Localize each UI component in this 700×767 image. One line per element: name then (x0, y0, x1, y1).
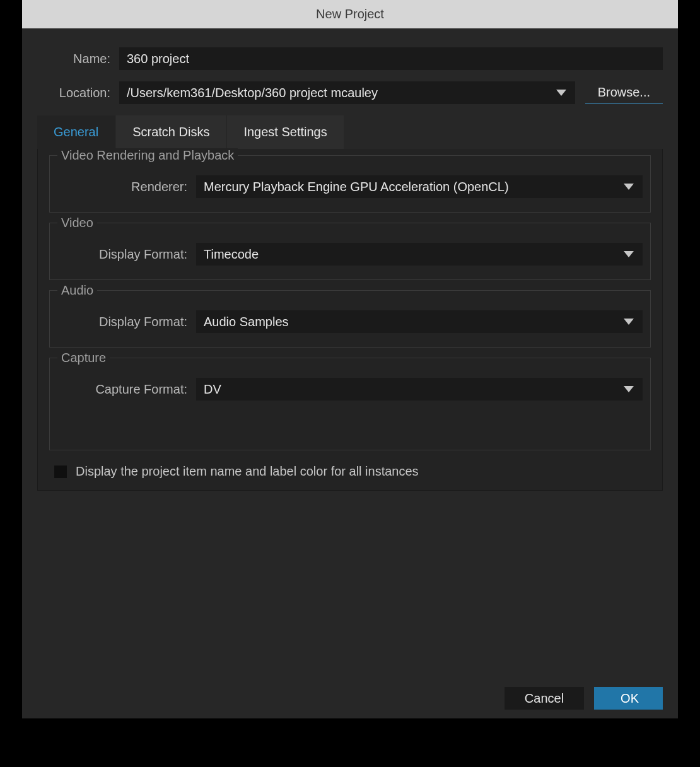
renderer-value: Mercury Playback Engine GPU Acceleration… (204, 180, 509, 194)
chevron-down-icon (624, 319, 634, 325)
chevron-down-icon (624, 184, 634, 190)
audio-legend: Audio (57, 283, 97, 298)
chevron-down-icon (624, 386, 634, 392)
video-rendering-playback-legend: Video Rendering and Playback (57, 148, 238, 163)
video-display-format-dropdown[interactable]: Timecode (196, 243, 643, 266)
dialog-footer: Cancel OK (505, 687, 663, 710)
display-all-instances-checkbox[interactable] (54, 465, 67, 478)
svg-marker-2 (624, 251, 634, 257)
audio-display-format-row: Display Format: Audio Samples (57, 310, 643, 333)
svg-marker-1 (624, 184, 634, 190)
video-rendering-playback-section: Video Rendering and Playback Renderer: M… (49, 155, 651, 213)
audio-display-format-value: Audio Samples (204, 315, 289, 329)
location-value: /Users/kem361/Desktop/360 project mcaule… (127, 86, 378, 100)
video-display-format-row: Display Format: Timecode (57, 243, 643, 266)
tab-panel-general: Video Rendering and Playback Renderer: M… (37, 149, 663, 491)
audio-display-format-dropdown[interactable]: Audio Samples (196, 310, 643, 333)
audio-section: Audio Display Format: Audio Samples (49, 290, 651, 348)
capture-legend: Capture (57, 351, 110, 365)
dialog-title: New Project (316, 7, 384, 21)
location-label: Location: (37, 86, 119, 100)
tab-ingest-settings[interactable]: Ingest Settings (227, 115, 343, 149)
location-row: Location: /Users/kem361/Desktop/360 proj… (37, 81, 663, 104)
renderer-label: Renderer: (57, 180, 196, 194)
name-input[interactable] (119, 47, 663, 70)
audio-display-format-label: Display Format: (57, 315, 196, 329)
capture-section: Capture Capture Format: DV (49, 358, 651, 450)
svg-marker-4 (624, 386, 634, 392)
svg-marker-3 (624, 319, 634, 325)
tab-bar: General Scratch Disks Ingest Settings (37, 115, 663, 149)
dialog-content: Name: Location: /Users/kem361/Desktop/36… (22, 28, 678, 491)
capture-format-value: DV (204, 382, 221, 397)
name-label: Name: (37, 52, 119, 66)
renderer-dropdown[interactable]: Mercury Playback Engine GPU Acceleration… (196, 175, 643, 198)
browse-button[interactable]: Browse... (585, 81, 663, 104)
capture-format-row: Capture Format: DV (57, 378, 643, 401)
new-project-dialog: New Project Name: Location: /Users/kem36… (22, 0, 678, 718)
tab-scratch-disks[interactable]: Scratch Disks (116, 115, 226, 149)
capture-format-label: Capture Format: (57, 382, 196, 397)
svg-marker-0 (556, 90, 566, 96)
title-bar: New Project (22, 0, 678, 28)
video-display-format-label: Display Format: (57, 247, 196, 262)
location-dropdown[interactable]: /Users/kem361/Desktop/360 project mcaule… (119, 81, 575, 104)
chevron-down-icon (624, 251, 634, 257)
video-display-format-value: Timecode (204, 247, 259, 262)
cancel-button[interactable]: Cancel (505, 687, 584, 710)
video-section: Video Display Format: Timecode (49, 223, 651, 280)
video-legend: Video (57, 216, 97, 230)
chevron-down-icon (556, 90, 566, 96)
display-all-instances-row: Display the project item name and label … (49, 464, 651, 479)
name-row: Name: (37, 47, 663, 70)
renderer-row: Renderer: Mercury Playback Engine GPU Ac… (57, 175, 643, 198)
ok-button[interactable]: OK (594, 687, 663, 710)
tab-general[interactable]: General (37, 115, 115, 149)
display-all-instances-label: Display the project item name and label … (76, 464, 419, 479)
capture-format-dropdown[interactable]: DV (196, 378, 643, 401)
